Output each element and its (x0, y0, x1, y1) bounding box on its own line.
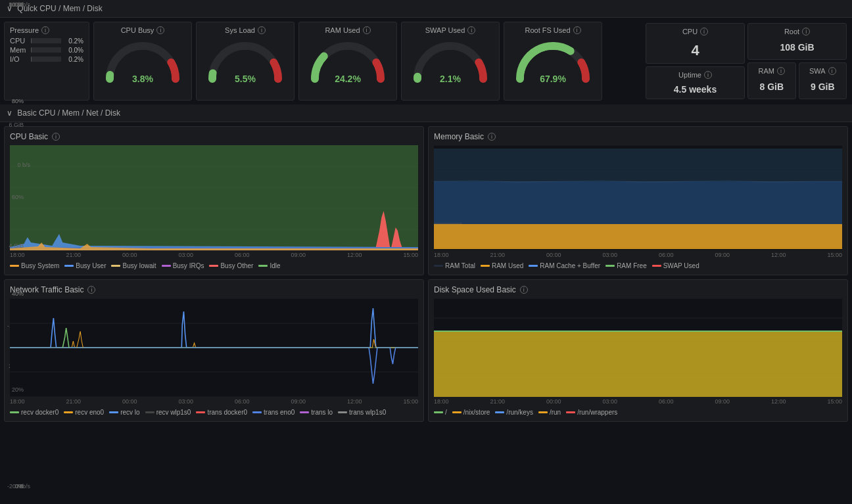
x-label: 00:00 (122, 398, 137, 405)
legend-label: Busy Other (220, 262, 253, 269)
gauge-wrapper-3: 2.1% (411, 39, 490, 85)
legend-item: SWAP Used (652, 262, 699, 269)
charts-row-1: CPU Basic i 100%80%60%40%20%0% (0, 122, 852, 279)
gauge-info-icon-0[interactable]: i (156, 26, 164, 34)
legend-label: recv docker0 (21, 409, 59, 416)
legend-label: recv wlp1s0 (156, 409, 191, 416)
x-label: 15:00 (827, 252, 842, 258)
legend-dot (10, 411, 19, 413)
basic-section-title: Basic CPU / Mem / Net / Disk (17, 108, 120, 118)
swa-info-icon[interactable]: i (828, 67, 836, 75)
root-info-icon[interactable]: i (802, 28, 810, 35)
x-label: 00:00 (122, 252, 137, 258)
legend-label: RAM Free (617, 262, 647, 269)
x-label: 18:00 (434, 398, 449, 405)
legend-dot (145, 411, 154, 413)
gauge-card-4: Root FS Used i 67.9% (504, 22, 602, 101)
legend-label: / (445, 409, 447, 416)
legend-label: RAM Used (492, 262, 523, 269)
quick-stats-row: Pressure i CPU 0.2% Mem 0.0% I/O 0.2% C (0, 18, 852, 104)
legend-dot (566, 411, 575, 413)
legend-item: RAM Free (605, 262, 647, 269)
pressure-card: Pressure i CPU 0.2% Mem 0.0% I/O 0.2% (4, 22, 89, 101)
x-label: 18:00 (10, 252, 25, 258)
legend-item: Busy System (10, 262, 59, 269)
quick-section-title: Quick CPU / Mem / Disk (17, 4, 102, 13)
legend-item: trans docker0 (196, 409, 247, 416)
svg-text:3.8%: 3.8% (132, 74, 153, 84)
legend-label: Busy User (76, 262, 106, 269)
legend-item: trans lo (300, 409, 333, 416)
gauge-info-icon-4[interactable]: i (573, 26, 581, 34)
cpu-chart-title: CPU Basic i (10, 132, 418, 141)
x-label: 21:00 (490, 398, 505, 405)
x-label: 12:00 (771, 398, 786, 405)
legend-item: RAM Total (434, 262, 475, 269)
gauge-card-0: CPU Busy i 3.8% (93, 22, 192, 101)
gauge-svg-2: 24.2% (308, 39, 387, 85)
basic-section-header[interactable]: ∨ Basic CPU / Mem / Net / Disk (0, 104, 852, 122)
x-label: 03:00 (602, 398, 617, 405)
network-chart-info-icon[interactable]: i (87, 286, 95, 294)
cpu-info-icon[interactable]: i (700, 28, 708, 35)
svg-text:5.5%: 5.5% (235, 74, 256, 84)
x-label: 06:00 (659, 398, 674, 405)
pressure-bar-fill (31, 38, 32, 43)
x-label: 12:00 (347, 252, 362, 258)
x-label: 03:00 (178, 398, 193, 405)
disk-chart-title: Disk Space Used Basic i (434, 285, 842, 294)
x-label: 21:00 (66, 398, 81, 405)
y-label: -20 Mb/s (0, 483, 33, 490)
pressure-bar-bg (31, 47, 61, 53)
gauge-title-0: CPU Busy i (121, 26, 165, 34)
uptime-info-card: Uptime i 4.5 weeks (646, 66, 745, 99)
root-info-card: Root i 108 GiB (747, 23, 847, 60)
ram-info-icon[interactable]: i (777, 67, 785, 75)
legend-label: trans wlp1s0 (349, 409, 386, 416)
disk-chart-info-icon[interactable]: i (520, 286, 528, 294)
legend-dot (162, 265, 171, 267)
legend-item: /run/wrappers (566, 409, 617, 416)
pressure-row-cpu: CPU 0.2% (10, 37, 83, 45)
ram-value: 8 GiB (759, 81, 784, 92)
legend-label: /run (550, 409, 561, 416)
ram-info-card: RAM i 8 GiB (747, 62, 796, 99)
pressure-label: Mem (10, 46, 28, 54)
legend-dot (495, 411, 504, 413)
gauge-info-icon-2[interactable]: i (363, 26, 371, 34)
x-label: 06:00 (235, 398, 250, 405)
cpu-chart-info-icon[interactable]: i (52, 133, 60, 141)
legend-item: recv eno0 (64, 409, 104, 416)
x-label: 09:00 (715, 252, 730, 258)
uptime-info-icon[interactable]: i (704, 71, 712, 79)
mem-legend: RAM TotalRAM UsedRAM Cache + BufferRAM F… (434, 262, 842, 269)
x-label: 03:00 (178, 252, 193, 258)
pressure-val: 0.2% (64, 37, 83, 45)
x-label: 12:00 (347, 398, 362, 405)
x-label: 18:00 (434, 252, 449, 258)
pressure-bar-fill (31, 57, 32, 62)
legend-item: recv lo (109, 409, 139, 416)
quick-section-header[interactable]: ∨ Quick CPU / Mem / Disk (0, 0, 852, 18)
y-label: 0 B (0, 483, 26, 490)
legend-label: Busy IRQs (173, 262, 204, 269)
pressure-info-icon[interactable]: i (41, 26, 49, 34)
swa-info-card: SWA i 9 GiB (799, 62, 847, 99)
uptime-value: 4.5 weeks (674, 84, 717, 95)
gauge-title-2: RAM Used i (325, 26, 370, 34)
legend-label: Busy Iowait (122, 262, 156, 269)
gauge-info-icon-3[interactable]: i (467, 26, 475, 34)
svg-rect-24 (434, 181, 842, 224)
legend-dot (300, 411, 309, 413)
gauge-info-icon-1[interactable]: i (258, 26, 266, 34)
x-label: 21:00 (66, 252, 81, 258)
legend-label: trans lo (311, 409, 333, 416)
svg-text:67.9%: 67.9% (540, 74, 566, 84)
legend-item: RAM Cache + Buffer (529, 262, 600, 269)
disk-legend: //nix/store/run/keys/run/run/wrappers (434, 409, 842, 416)
legend-dot (64, 265, 74, 267)
pressure-bar-fill (31, 47, 32, 53)
gauge-title-3: SWAP Used i (425, 26, 476, 34)
legend-item: Busy Iowait (111, 262, 156, 269)
memory-chart-info-icon[interactable]: i (488, 133, 496, 141)
